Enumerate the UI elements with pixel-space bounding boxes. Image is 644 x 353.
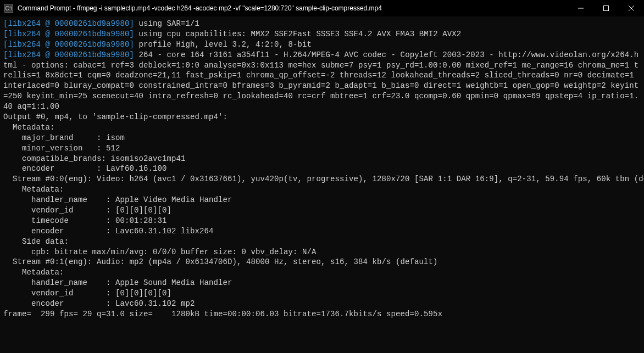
window-title: Command Prompt - ffmpeg -i sampleclip.mp… bbox=[18, 4, 382, 12]
terminal-output[interactable]: [libx264 @ 00000261bd9a9980] using SAR=1… bbox=[0, 16, 644, 322]
minimize-button[interactable] bbox=[568, 0, 593, 16]
log-line: [libx264 @ 00000261bd9a9980] using cpu c… bbox=[3, 29, 641, 40]
log-line: [libx264 @ 00000261bd9a9980] 264 - core … bbox=[3, 50, 641, 112]
close-button[interactable] bbox=[619, 0, 644, 16]
window-titlebar: C:\ Command Prompt - ffmpeg -i samplecli… bbox=[0, 0, 644, 16]
output-block: Output #0, mp4, to 'sample-clip-compress… bbox=[3, 112, 641, 309]
log-msg: 264 - core 164 r3161 a354f11 - H.264/MPE… bbox=[3, 51, 639, 111]
log-tag: [libx264 @ 00000261bd9a9980] bbox=[3, 51, 134, 59]
log-msg: using SAR=1/1 bbox=[134, 19, 199, 28]
encode-status-line: frame= 299 fps= 29 q=31.0 size= 1280kB t… bbox=[3, 309, 641, 320]
log-tag: [libx264 @ 00000261bd9a9980] bbox=[3, 40, 134, 49]
log-tag: [libx264 @ 00000261bd9a9980] bbox=[3, 30, 134, 38]
svg-rect-1 bbox=[604, 6, 609, 11]
log-line: [libx264 @ 00000261bd9a9980] using SAR=1… bbox=[3, 19, 641, 29]
window-controls bbox=[568, 0, 644, 16]
titlebar-left: C:\ Command Prompt - ffmpeg -i samplecli… bbox=[4, 4, 382, 13]
log-tag: [libx264 @ 00000261bd9a9980] bbox=[3, 19, 134, 28]
log-line: [libx264 @ 00000261bd9a9980] profile Hig… bbox=[3, 40, 641, 50]
cmd-icon: C:\ bbox=[4, 4, 13, 13]
log-msg: using cpu capabilities: MMX2 SSE2Fast SS… bbox=[134, 30, 461, 38]
log-msg: profile High, level 3.2, 4:2:0, 8-bit bbox=[134, 40, 312, 49]
maximize-button[interactable] bbox=[593, 0, 619, 16]
